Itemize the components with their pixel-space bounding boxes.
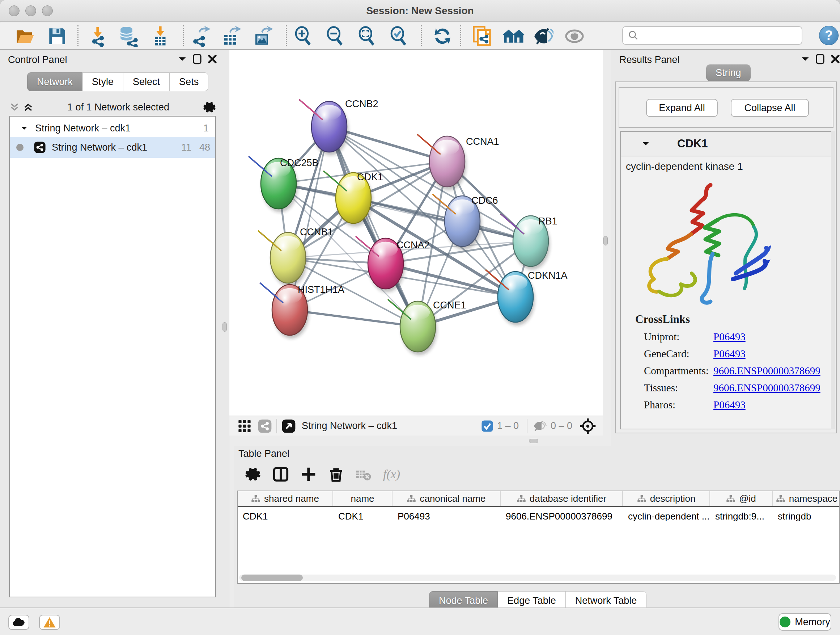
table-cell[interactable]: cyclin-dependent ...	[623, 508, 710, 524]
delete-column-icon[interactable]	[328, 466, 344, 482]
expand-all-icon[interactable]	[23, 102, 34, 112]
right-splitter-handle[interactable]	[603, 236, 608, 245]
panel-float-icon[interactable]	[815, 54, 825, 65]
tree-collapse-icon[interactable]	[21, 125, 28, 131]
export-image-icon[interactable]	[251, 25, 274, 48]
collapse-all-icon[interactable]	[9, 102, 20, 112]
create-column-icon[interactable]	[301, 466, 317, 482]
table-row[interactable]: CDK1CDK1P064939606.ENSP00000378699cyclin…	[238, 508, 840, 524]
tab-sets[interactable]: Sets	[170, 73, 208, 91]
fit-selected-crosshair-icon[interactable]	[579, 418, 596, 434]
hide-selected-icon[interactable]	[531, 25, 554, 48]
gene-name: CDK1	[677, 137, 707, 150]
memory-button[interactable]: Memory	[778, 613, 831, 631]
control-panel-tabs: NetworkStyleSelectSets	[27, 73, 208, 91]
gene-collapse-icon[interactable]	[642, 141, 650, 147]
results-scrollbar[interactable]	[831, 131, 835, 429]
network-node-CCNA2[interactable]: CCNA2	[355, 236, 429, 292]
refresh-icon[interactable]	[431, 25, 454, 48]
help-icon[interactable]: ?	[819, 26, 838, 45]
network-edge-CCNB2-CCNE1[interactable]	[329, 127, 418, 326]
panel-close-icon[interactable]	[831, 54, 840, 64]
network-from-clipboard-icon[interactable]	[470, 25, 493, 48]
cloud-icon	[11, 617, 26, 628]
table-cell[interactable]: 9606.ENSP00000378699	[501, 508, 623, 524]
crosslink-link[interactable]: P06493	[714, 331, 745, 343]
network-node-CCNB1[interactable]: CCNB1	[258, 226, 333, 287]
expand-all-button[interactable]: Expand All	[646, 99, 718, 117]
column-header-database-identifier[interactable]: database identifier	[501, 491, 623, 506]
zoom-out-icon[interactable]	[324, 25, 347, 48]
network-edge-HIST1H1A-CCNE1[interactable]	[290, 310, 418, 326]
column-header-name[interactable]: name	[333, 491, 393, 506]
column-type-icon	[726, 494, 736, 503]
left-splitter-handle[interactable]	[223, 322, 227, 332]
import-network-icon[interactable]	[86, 25, 109, 48]
import-network-database-icon[interactable]	[117, 25, 140, 48]
crosslink-link[interactable]: 9606.ENSP00000378699	[714, 382, 821, 394]
bottom-splitter-handle[interactable]	[529, 439, 538, 443]
table-cell[interactable]: CDK1	[238, 508, 333, 524]
tab-network[interactable]: Network	[27, 73, 82, 91]
network-node-CDKN1A[interactable]: CDKN1A	[485, 270, 567, 325]
zoom-selected-icon[interactable]	[387, 25, 410, 48]
column-header-canonical-name[interactable]: canonical name	[393, 491, 501, 506]
table-cell[interactable]: stringdb	[773, 508, 840, 524]
export-table-icon[interactable]	[219, 25, 242, 48]
table-cell[interactable]: P06493	[393, 508, 501, 524]
network-status-dot	[16, 144, 24, 151]
network-node-CCNA1[interactable]: CCNA1	[417, 134, 499, 190]
show-columns-icon[interactable]	[272, 466, 289, 483]
crosslink-link[interactable]: P06493	[714, 348, 745, 360]
open-session-icon[interactable]	[14, 25, 37, 48]
network-tree-root-row[interactable]: String Network – cdk1 1	[10, 119, 215, 137]
column-header-shared-name[interactable]: shared name	[238, 491, 333, 506]
search-field[interactable]	[622, 26, 802, 45]
selected-nodes-icon[interactable]	[481, 420, 493, 432]
main-toolbar: ?	[0, 22, 840, 50]
grid-view-icon[interactable]	[237, 419, 252, 433]
tab-select[interactable]: Select	[123, 73, 170, 91]
export-network-icon[interactable]	[188, 25, 212, 48]
node-label: RB1	[538, 216, 557, 226]
table-options-gear-icon[interactable]	[245, 466, 261, 482]
show-all-icon[interactable]	[563, 25, 586, 48]
import-table-icon[interactable]	[149, 25, 172, 48]
panel-menu-icon[interactable]	[801, 56, 810, 62]
panel-float-icon[interactable]	[193, 54, 202, 65]
network-view-title: String Network – cdk1	[302, 420, 481, 432]
search-input[interactable]	[639, 30, 795, 42]
warnings-button[interactable]	[39, 615, 60, 630]
tab-style[interactable]: Style	[82, 73, 123, 91]
network-node-HIST1H1A[interactable]: HIST1H1A	[260, 283, 344, 339]
automation-cloud-button[interactable]	[8, 615, 29, 630]
network-node-CDC25B[interactable]: CDC25B	[248, 157, 318, 212]
save-session-icon[interactable]	[46, 25, 69, 48]
column-header-@id[interactable]: @id	[710, 491, 773, 506]
node-label: CCNA2	[396, 240, 430, 250]
crosslinks-title: CrossLinks	[635, 313, 832, 326]
birds-eye-view-icon[interactable]	[281, 419, 296, 433]
network-node-RB1[interactable]: RB1	[501, 214, 557, 270]
column-header-description[interactable]: description	[623, 491, 710, 506]
column-header-namespace[interactable]: namespace	[773, 491, 840, 506]
crosslink-link[interactable]: 9606.ENSP00000378699	[714, 365, 821, 377]
crosslink-link[interactable]: P06493	[714, 399, 745, 411]
panel-close-icon[interactable]	[208, 54, 217, 64]
network-tree-item-row[interactable]: String Network – cdk1 11 48	[10, 137, 215, 158]
zoom-in-icon[interactable]	[292, 25, 315, 48]
panel-menu-icon[interactable]	[178, 56, 187, 62]
first-neighbors-icon[interactable]	[502, 25, 525, 48]
collapse-all-button[interactable]: Collapse All	[731, 99, 809, 117]
node-label: CDKN1A	[528, 270, 568, 281]
network-list-view-icon[interactable]	[257, 419, 272, 433]
gene-section-header[interactable]: CDK1	[621, 132, 832, 157]
table-hscrollbar[interactable]	[239, 575, 836, 581]
zoom-fit-icon[interactable]	[355, 25, 378, 48]
network-options-gear-icon[interactable]	[203, 101, 216, 114]
tab-string[interactable]: String	[706, 65, 751, 81]
table-cell[interactable]: stringdb:9...	[710, 508, 773, 524]
network-canvas[interactable]: CCNB2CCNA1CDC25BCDK1CDC6RB1CCNB1CCNA2CDK…	[229, 50, 603, 416]
table-cell[interactable]: CDK1	[333, 508, 393, 524]
node-table[interactable]: shared namenamecanonical namedatabase id…	[237, 491, 840, 584]
